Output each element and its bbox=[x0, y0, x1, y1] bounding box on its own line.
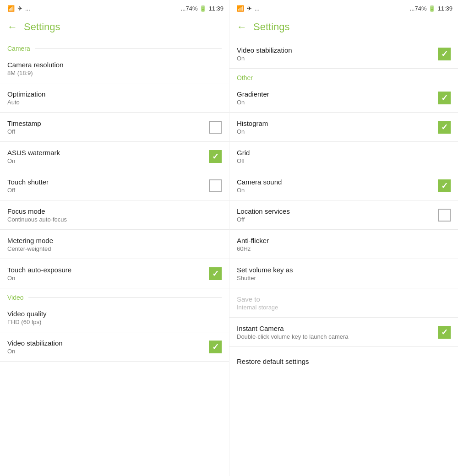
battery-text-right: ...74% bbox=[410, 5, 427, 12]
setting-grid[interactable]: Grid Off bbox=[229, 142, 458, 171]
header-left: ← Settings bbox=[0, 16, 229, 39]
setting-video-quality[interactable]: Video quality FHD (60 fps) bbox=[0, 303, 229, 332]
touch-auto-exposure-checkbox[interactable] bbox=[209, 267, 222, 280]
status-bar-left: 📶 ✈ ... ...74% 🔋 11:39 bbox=[0, 0, 229, 16]
setting-anti-flicker[interactable]: Anti-flicker 60Hz bbox=[229, 230, 458, 259]
setting-camera-resolution[interactable]: Camera resolution 8M (18:9) bbox=[0, 54, 229, 83]
setting-video-stabilization-p1[interactable]: Video stabilization On bbox=[0, 332, 229, 362]
setting-focus-mode[interactable]: Focus mode Continuous auto-focus bbox=[0, 200, 229, 230]
page-title-left: Settings bbox=[24, 21, 60, 33]
instant-camera-checkbox[interactable] bbox=[438, 326, 451, 339]
setting-asus-watermark[interactable]: ASUS watermark On bbox=[0, 142, 229, 171]
video-stabilization-p1-checkbox[interactable] bbox=[209, 341, 222, 353]
dots-right: ... bbox=[255, 5, 260, 12]
back-button-left[interactable]: ← bbox=[7, 21, 17, 33]
setting-touch-shutter[interactable]: Touch shutter Off bbox=[0, 171, 229, 200]
setting-camera-sound[interactable]: Camera sound On bbox=[229, 171, 458, 200]
battery-icon-right: 🔋 bbox=[428, 5, 436, 12]
timestamp-checkbox[interactable] bbox=[209, 121, 222, 134]
setting-metering-mode[interactable]: Metering mode Center-weighted bbox=[0, 230, 229, 259]
header-right: ← Settings bbox=[229, 16, 458, 39]
touch-shutter-checkbox[interactable] bbox=[209, 179, 222, 192]
asus-watermark-checkbox[interactable] bbox=[209, 150, 222, 163]
battery-text-left: ...74% bbox=[181, 5, 198, 12]
setting-volume-key[interactable]: Set volume key as Shutter bbox=[229, 259, 458, 288]
panel-right: 📶 ✈ ... ...74% 🔋 11:39 ← Settings Video … bbox=[229, 0, 458, 476]
setting-touch-auto-exposure[interactable]: Touch auto-exposure On bbox=[0, 259, 229, 288]
airplane-icon: ✈ bbox=[17, 5, 22, 12]
setting-timestamp[interactable]: Timestamp Off bbox=[0, 113, 229, 142]
camera-sound-checkbox[interactable] bbox=[438, 179, 451, 192]
wifi-icon-right: 📶 bbox=[237, 5, 244, 12]
section-camera: Camera bbox=[0, 39, 229, 54]
setting-histogram[interactable]: Histogram On bbox=[229, 113, 458, 142]
time-left: 11:39 bbox=[208, 5, 224, 12]
status-right-right: ...74% 🔋 11:39 bbox=[410, 5, 453, 12]
location-services-checkbox[interactable] bbox=[438, 209, 451, 222]
setting-restore-defaults[interactable]: Restore default settings bbox=[229, 347, 458, 376]
histogram-checkbox[interactable] bbox=[438, 121, 451, 134]
status-icons-left: 📶 ✈ ... bbox=[7, 5, 30, 12]
time-right: 11:39 bbox=[437, 5, 453, 12]
setting-gradienter[interactable]: Gradienter On bbox=[229, 83, 458, 113]
setting-instant-camera[interactable]: Instant Camera Double-click volume key t… bbox=[229, 318, 458, 347]
status-bar-right: 📶 ✈ ... ...74% 🔋 11:39 bbox=[229, 0, 458, 16]
section-video: Video bbox=[0, 288, 229, 303]
video-stabilization-top-checkbox[interactable] bbox=[438, 48, 451, 60]
battery-icon-left: 🔋 bbox=[199, 5, 207, 12]
status-right-left: ...74% 🔋 11:39 bbox=[181, 5, 224, 12]
setting-save-to[interactable]: Save to Internal storage bbox=[229, 288, 458, 318]
wifi-icon: 📶 bbox=[7, 5, 15, 12]
page-title-right: Settings bbox=[253, 21, 290, 33]
gradienter-checkbox[interactable] bbox=[438, 92, 451, 104]
panel-left: 📶 ✈ ... ...74% 🔋 11:39 ← Settings Camera… bbox=[0, 0, 229, 476]
setting-location-services[interactable]: Location services Off bbox=[229, 200, 458, 230]
settings-list-left: Camera Camera resolution 8M (18:9) Optim… bbox=[0, 39, 229, 476]
section-other: Other bbox=[229, 69, 458, 83]
setting-video-stabilization-top[interactable]: Video stabilization On bbox=[229, 39, 458, 69]
back-button-right[interactable]: ← bbox=[237, 21, 247, 33]
status-icons-right: 📶 ✈ ... bbox=[237, 5, 260, 12]
setting-optimization[interactable]: Optimization Auto bbox=[0, 83, 229, 113]
airplane-icon-right: ✈ bbox=[247, 5, 252, 12]
settings-list-right: Video stabilization On Other Gradienter … bbox=[229, 39, 458, 476]
dots-left: ... bbox=[25, 5, 30, 12]
